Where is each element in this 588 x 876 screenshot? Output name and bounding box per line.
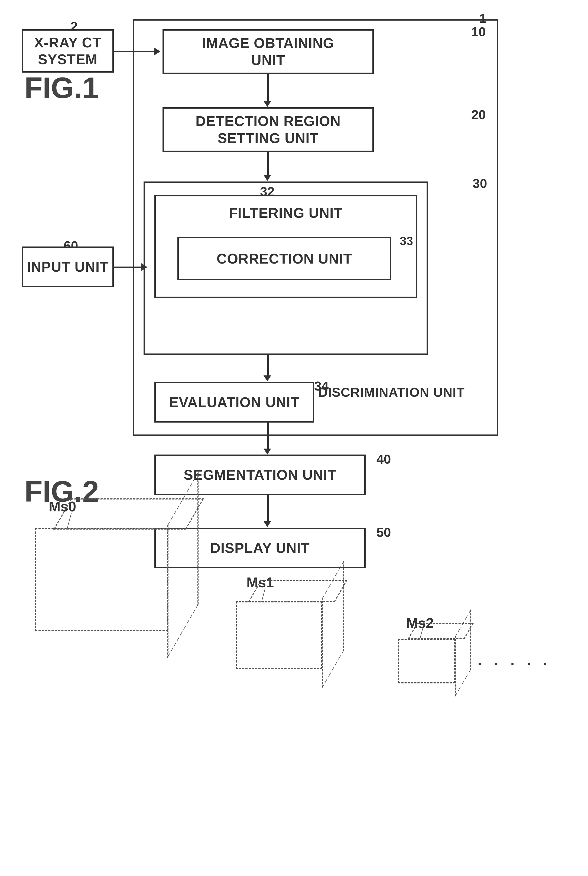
input-to-filter-hline [114, 267, 144, 268]
ms2-right-face [455, 609, 471, 698]
detection-to-filter-arrow [264, 175, 271, 181]
discrimination-unit-label: DISCRIMINATION UNIT [318, 385, 465, 400]
fig2-diagram: FIG.2 Ms0 Ms1 Ms2 · · · · · [16, 471, 572, 850]
image-obtaining-label: IMAGE OBTAINING UNIT [202, 34, 334, 69]
ms2-front-face [398, 639, 455, 683]
detection-region-label: DETECTION REGION SETTING UNIT [195, 112, 341, 147]
fig1-diagram: FIG.1 1 X-RAY CT SYSTEM 2 10 IMAGE OBTAI… [16, 11, 531, 450]
filtering-unit-outer-label: FILTERING UNIT [229, 204, 343, 221]
ref-30: 30 [472, 176, 487, 191]
evaluation-unit-label: EVALUATION UNIT [169, 394, 299, 411]
xray-to-image-arrow [154, 48, 160, 55]
image-obtaining-block: IMAGE OBTAINING UNIT [162, 29, 374, 74]
ref-40: 40 [376, 452, 391, 467]
input-to-filter-arrow [141, 263, 147, 271]
xray-ct-label: X-RAY CT SYSTEM [23, 34, 112, 68]
ref-20: 20 [471, 107, 486, 122]
input-unit-label: INPUT UNIT [27, 258, 109, 275]
filter-to-eval-arrow [264, 375, 271, 381]
xray-to-image-hline [114, 51, 157, 52]
eval-to-seg-vline [267, 423, 268, 452]
input-unit-block: INPUT UNIT [22, 246, 114, 287]
detection-region-block: DETECTION REGION SETTING UNIT [162, 107, 374, 152]
image-to-detection-vline [267, 74, 268, 105]
ref-10: 10 [471, 24, 486, 39]
eval-to-seg-arrow [264, 448, 271, 454]
evaluation-unit-block: EVALUATION UNIT [154, 382, 314, 423]
ms0-front-face [35, 528, 168, 631]
correction-unit-label: CORRECTION UNIT [217, 250, 352, 267]
fig1-label: FIG.1 [24, 70, 99, 105]
ms1-front-face [236, 602, 322, 669]
xray-ct-block: X-RAY CT SYSTEM [22, 29, 114, 73]
image-to-detection-arrow [264, 101, 271, 107]
ref-33: 33 [400, 234, 413, 248]
continuation-dots: · · · · · [477, 650, 550, 675]
ref-2: 2 [70, 19, 78, 34]
correction-unit-block: CORRECTION UNIT [177, 237, 392, 280]
filtering-unit-block: FILTERING UNIT 33 CORRECTION UNIT [154, 195, 417, 298]
